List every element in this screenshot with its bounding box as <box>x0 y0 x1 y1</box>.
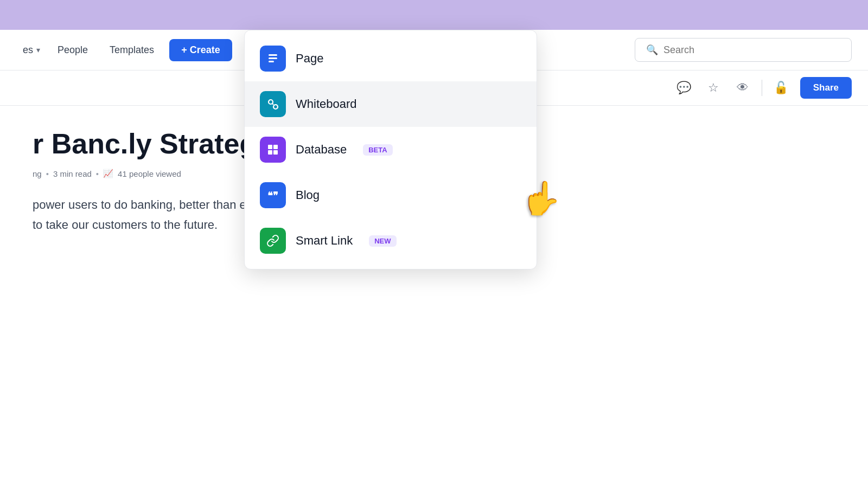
svg-rect-1 <box>269 57 277 59</box>
search-input[interactable] <box>663 44 840 56</box>
lock-toolbar-icon[interactable]: 🔓 <box>771 78 792 98</box>
search-box[interactable]: 🔍 <box>635 38 852 62</box>
search-icon: 🔍 <box>646 44 658 56</box>
svg-rect-7 <box>273 145 278 149</box>
svg-rect-0 <box>269 54 277 56</box>
svg-point-4 <box>273 105 278 109</box>
create-label: + Create <box>181 44 220 56</box>
database-icon <box>260 137 286 163</box>
page-icon <box>260 46 286 72</box>
svg-rect-9 <box>273 150 278 155</box>
meta-author: ng <box>33 169 42 178</box>
smartlink-badge: NEW <box>369 235 396 247</box>
dropdown-item-database[interactable]: Database BETA <box>245 127 537 172</box>
database-label: Database <box>296 143 347 157</box>
templates-nav-item[interactable]: Templates <box>99 40 165 60</box>
meta-dot2: • <box>96 169 99 178</box>
spaces-nav-item[interactable]: es ▾ <box>16 40 47 60</box>
nav-left: es ▾ People Templates + Create <box>16 39 232 61</box>
blog-label: Blog <box>296 188 320 202</box>
create-button[interactable]: + Create <box>169 39 232 61</box>
blog-icon: ❝❞ <box>260 182 286 208</box>
people-nav-item[interactable]: People <box>47 40 99 60</box>
create-dropdown: Page Whiteboard Database BETA <box>244 30 537 269</box>
smartlink-label: Smart Link <box>296 234 353 248</box>
svg-point-3 <box>269 100 273 104</box>
eye-toolbar-icon[interactable]: 👁 <box>732 78 753 98</box>
templates-label: Templates <box>110 44 154 55</box>
page-label: Page <box>296 52 323 66</box>
database-badge: BETA <box>363 144 392 156</box>
people-label: People <box>58 44 88 55</box>
dropdown-item-page[interactable]: Page <box>245 36 537 81</box>
dropdown-item-whiteboard[interactable]: Whiteboard <box>245 81 537 127</box>
share-button[interactable]: Share <box>800 77 852 99</box>
top-banner <box>0 0 868 30</box>
whiteboard-label: Whiteboard <box>296 97 357 111</box>
nav-right: 🔍 <box>635 38 852 62</box>
toolbar-divider <box>762 80 762 96</box>
smartlink-icon <box>260 228 286 254</box>
meta-dot1: • <box>46 169 49 178</box>
trending-icon: 📈 <box>103 169 113 178</box>
whiteboard-icon <box>260 91 286 117</box>
spaces-chevron-icon: ▾ <box>36 46 40 54</box>
share-label: Share <box>813 82 839 93</box>
svg-rect-8 <box>268 150 272 155</box>
dropdown-item-blog[interactable]: ❝❞ Blog <box>245 172 537 218</box>
meta-views: 41 people viewed <box>118 169 181 178</box>
svg-line-5 <box>272 104 273 105</box>
svg-text:❝❞: ❝❞ <box>267 190 278 201</box>
svg-rect-6 <box>268 145 272 149</box>
meta-read-time: 3 min read <box>53 169 92 178</box>
dropdown-item-smartlink[interactable]: Smart Link NEW <box>245 218 537 264</box>
spaces-label: es <box>23 44 33 56</box>
svg-rect-2 <box>269 61 274 62</box>
comment-toolbar-icon[interactable]: 💬 <box>674 78 694 98</box>
star-toolbar-icon[interactable]: ☆ <box>703 78 724 98</box>
